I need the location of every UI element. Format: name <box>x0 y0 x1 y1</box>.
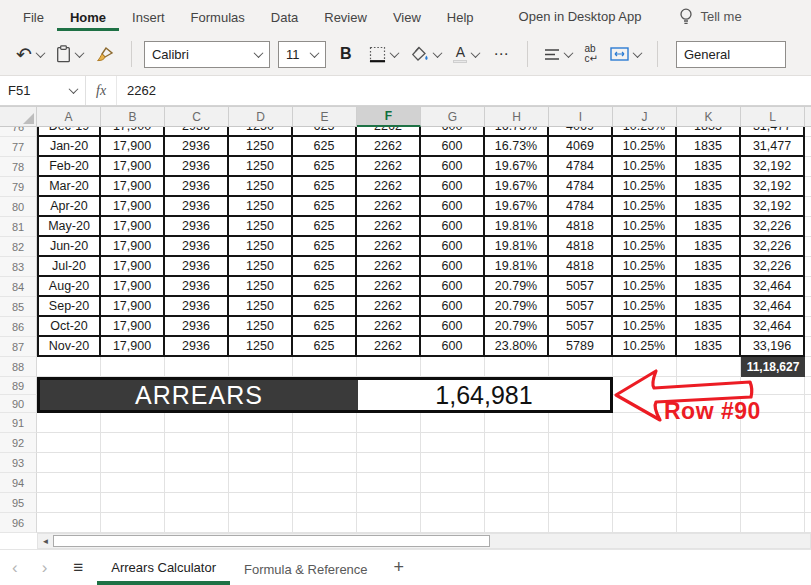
cell[interactable]: 1250 <box>229 177 293 197</box>
cell[interactable]: 625 <box>293 277 357 297</box>
cell[interactable] <box>101 493 165 513</box>
cell[interactable] <box>37 357 101 377</box>
arrears-label-cell[interactable]: ARREARS <box>40 380 358 410</box>
tab-review[interactable]: Review <box>311 2 380 31</box>
cell[interactable]: 19.81% <box>485 257 549 277</box>
row-number[interactable]: 87 <box>0 337 37 357</box>
cell[interactable]: 1250 <box>229 217 293 237</box>
cell[interactable]: 625 <box>293 257 357 277</box>
row-number[interactable]: 83 <box>0 257 37 277</box>
cell[interactable]: 600 <box>421 157 485 177</box>
cell[interactable]: 17,900 <box>101 257 165 277</box>
cell[interactable] <box>357 453 421 473</box>
cell[interactable] <box>229 473 293 493</box>
more-font-options-button[interactable]: ⋯ <box>487 45 515 63</box>
tell-me-button[interactable]: Tell me <box>679 8 741 26</box>
cell[interactable]: 2936 <box>165 257 229 277</box>
cell[interactable]: 2262 <box>357 217 421 237</box>
cell[interactable] <box>37 473 101 493</box>
cell[interactable]: 1250 <box>229 237 293 257</box>
cell[interactable] <box>357 473 421 493</box>
cell[interactable]: 1835 <box>677 277 741 297</box>
cell[interactable]: 2936 <box>165 297 229 317</box>
column-header-k[interactable]: K <box>677 107 741 127</box>
cell[interactable] <box>613 413 677 433</box>
cell[interactable]: 600 <box>421 297 485 317</box>
cell[interactable] <box>421 493 485 513</box>
cell[interactable]: 10.25% <box>613 337 677 357</box>
cell[interactable]: 4784 <box>549 157 613 177</box>
cell[interactable] <box>549 413 613 433</box>
cell[interactable]: 17,900 <box>101 127 165 137</box>
cell[interactable]: 1835 <box>677 177 741 197</box>
cell[interactable]: Dec-19 <box>37 127 101 137</box>
sheet-tab-arrears-calculator[interactable]: Arrears Calculator <box>97 551 230 585</box>
font-color-button[interactable]: A <box>449 41 483 67</box>
cell[interactable] <box>421 433 485 453</box>
cell[interactable]: 32,464 <box>741 297 805 317</box>
cell[interactable]: 10.25% <box>613 237 677 257</box>
scrollbar-thumb[interactable] <box>53 535 490 547</box>
cell[interactable] <box>741 473 805 493</box>
cell[interactable] <box>613 453 677 473</box>
cell[interactable]: 625 <box>293 317 357 337</box>
cell[interactable]: 32,226 <box>741 217 805 237</box>
cell[interactable] <box>229 357 293 377</box>
cell[interactable]: 625 <box>293 137 357 157</box>
cell[interactable]: 1250 <box>229 317 293 337</box>
cell[interactable] <box>677 493 741 513</box>
cell[interactable]: 1250 <box>229 257 293 277</box>
row-number[interactable]: 95 <box>0 493 37 513</box>
cell[interactable]: 2262 <box>357 157 421 177</box>
cell[interactable]: Nov-20 <box>37 337 101 357</box>
cell[interactable]: 4069 <box>549 137 613 157</box>
row-number[interactable]: 80 <box>0 197 37 217</box>
cell[interactable]: Apr-20 <box>37 197 101 217</box>
cell[interactable]: 2936 <box>165 197 229 217</box>
cell[interactable]: 600 <box>421 317 485 337</box>
cell[interactable]: 1835 <box>677 237 741 257</box>
cell[interactable]: 2936 <box>165 137 229 157</box>
cell[interactable] <box>741 453 805 473</box>
borders-button[interactable] <box>365 42 402 67</box>
cell[interactable]: 600 <box>421 127 485 137</box>
row-number[interactable]: 78 <box>0 157 37 177</box>
row-number[interactable]: 81 <box>0 217 37 237</box>
select-all-corner[interactable] <box>0 107 37 127</box>
number-format-select[interactable]: General <box>676 41 786 68</box>
cell[interactable] <box>229 433 293 453</box>
tab-insert[interactable]: Insert <box>119 2 178 31</box>
cell[interactable] <box>101 357 165 377</box>
cell[interactable]: 23.80% <box>485 337 549 357</box>
row-number[interactable]: 88 <box>0 357 37 377</box>
cell[interactable]: 600 <box>421 337 485 357</box>
column-header-e[interactable]: E <box>293 107 357 127</box>
cell[interactable] <box>293 413 357 433</box>
cell[interactable] <box>229 453 293 473</box>
row-number[interactable]: 92 <box>0 433 37 453</box>
arrears-value-cell[interactable]: 1,64,981 <box>358 380 610 410</box>
cell[interactable] <box>229 413 293 433</box>
cell[interactable]: 1835 <box>677 137 741 157</box>
cell[interactable]: 600 <box>421 217 485 237</box>
bold-button[interactable]: B <box>330 45 362 63</box>
tab-help[interactable]: Help <box>434 2 487 31</box>
cell[interactable]: 625 <box>293 217 357 237</box>
cell[interactable] <box>165 513 229 533</box>
column-header-a[interactable]: A <box>37 107 101 127</box>
cell[interactable]: Jul-20 <box>37 257 101 277</box>
cell[interactable]: 19.81% <box>485 237 549 257</box>
font-size-select[interactable]: 11 <box>278 41 326 68</box>
cell[interactable] <box>165 357 229 377</box>
undo-button[interactable]: ↶ <box>12 41 48 68</box>
cell[interactable] <box>229 493 293 513</box>
cell[interactable] <box>485 357 549 377</box>
cell[interactable]: 31,477 <box>741 137 805 157</box>
cell[interactable] <box>165 493 229 513</box>
cell[interactable]: 17,900 <box>101 297 165 317</box>
cell[interactable] <box>101 453 165 473</box>
cell[interactable]: 2262 <box>357 127 421 137</box>
column-header-h[interactable]: H <box>485 107 549 127</box>
tab-home[interactable]: Home <box>57 2 119 31</box>
cell[interactable] <box>613 433 677 453</box>
